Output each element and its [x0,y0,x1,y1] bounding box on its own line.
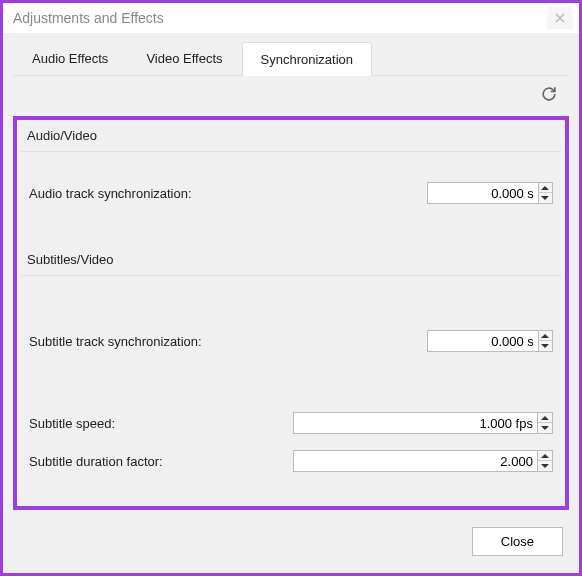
field-subtitle-duration: Subtitle duration factor: [17,444,565,478]
section-audio-video-title: Audio/Video [17,120,565,151]
subtitle-duration-label: Subtitle duration factor: [29,454,293,469]
subtitle-sync-spinner[interactable] [427,330,553,352]
subtitle-speed-input[interactable] [294,413,537,433]
subtitle-speed-spinner[interactable] [293,412,553,434]
subtitle-sync-label: Subtitle track synchronization: [29,334,427,349]
highlight-box: Audio/Video Audio track synchronization:… [13,116,569,510]
spinner-buttons [537,413,552,433]
spin-up-button[interactable] [539,183,552,193]
chevron-down-icon [541,343,549,349]
subtitle-duration-input[interactable] [294,451,537,471]
field-subtitle-speed: Subtitle speed: [17,406,565,440]
chevron-up-icon [541,453,549,459]
subtitle-duration-spinner[interactable] [293,450,553,472]
reset-button[interactable] [537,82,561,106]
divider [21,151,561,152]
content-area: Audio Effects Video Effects Synchronizat… [3,33,579,573]
close-button[interactable]: Close [472,527,563,556]
tab-body: Audio/Video Audio track synchronization:… [13,76,569,565]
chevron-down-icon [541,195,549,201]
spin-up-button[interactable] [539,331,552,341]
footer: Close [13,517,569,565]
chevron-up-icon [541,185,549,191]
chevron-down-icon [541,425,549,431]
tab-synchronization[interactable]: Synchronization [242,42,373,76]
tab-video-effects[interactable]: Video Effects [127,41,241,75]
window-close-button[interactable] [547,7,573,29]
titlebar: Adjustments and Effects [3,3,579,33]
chevron-up-icon [541,333,549,339]
chevron-up-icon [541,415,549,421]
audio-sync-label: Audio track synchronization: [29,186,427,201]
window-title: Adjustments and Effects [13,10,164,26]
spin-down-button[interactable] [538,461,552,471]
field-audio-sync: Audio track synchronization: [17,176,565,210]
subtitle-speed-label: Subtitle speed: [29,416,293,431]
spinner-buttons [538,331,552,351]
audio-sync-spinner[interactable] [427,182,553,204]
tab-audio-effects[interactable]: Audio Effects [13,41,127,75]
spinner-buttons [537,451,552,471]
section-subtitles-video-title: Subtitles/Video [17,244,565,275]
spin-up-button[interactable] [538,413,552,423]
tab-bar: Audio Effects Video Effects Synchronizat… [13,41,569,76]
adjustments-effects-window: Adjustments and Effects Audio Effects Vi… [0,0,582,576]
spin-down-button[interactable] [538,423,552,433]
close-icon [555,13,565,23]
chevron-down-icon [541,463,549,469]
spin-down-button[interactable] [539,341,552,351]
field-subtitle-sync: Subtitle track synchronization: [17,324,565,358]
spinner-buttons [538,183,552,203]
refresh-icon [539,84,559,104]
subtitle-sync-input[interactable] [428,331,538,351]
audio-sync-input[interactable] [428,183,538,203]
spin-down-button[interactable] [539,193,552,203]
spin-up-button[interactable] [538,451,552,461]
